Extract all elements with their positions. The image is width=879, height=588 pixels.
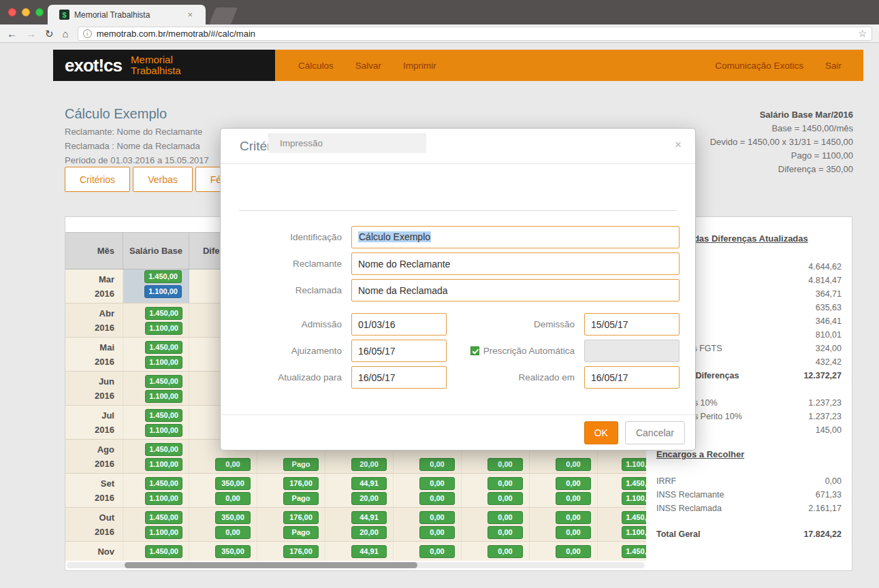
bookmark-star-icon[interactable]: ☆ [858,28,867,39]
value-badge[interactable]: 1.450,00 [145,511,182,524]
value-badge[interactable]: 176,00 [283,511,319,524]
value-badge[interactable]: 0,00 [556,526,591,539]
reclamante-input[interactable] [351,252,680,275]
value-cell[interactable]: 44,9120,00 [325,508,394,541]
browser-tab[interactable]: $ Memorial Trabalhista × [48,5,206,24]
value-badge[interactable]: 0,00 [215,458,251,471]
value-badge[interactable]: 1.450,00 [144,270,182,283]
value-badge[interactable]: 1.450,00 [145,477,182,490]
horizontal-scrollbar[interactable] [67,562,645,568]
value-badge[interactable]: 1.100,00 [145,356,182,369]
nav-item[interactable]: Comunicação Exotics [704,61,814,71]
value-badge[interactable]: 1.100,00 [622,492,646,505]
salary-cell[interactable]: 1.450,001.100,00 [123,304,189,337]
reload-icon[interactable]: ↻ [45,29,54,39]
value-badge[interactable]: 0,00 [419,477,455,490]
value-badge[interactable]: 20,00 [351,526,387,539]
ajuizamento-input[interactable] [351,340,447,362]
value-cell[interactable]: 0,000,00 [394,474,462,507]
value-badge[interactable]: 1.100,00 [145,322,182,335]
value-badge[interactable]: 44,91 [351,511,387,524]
minimize-window-button[interactable] [22,8,30,16]
new-tab-button[interactable] [209,7,238,24]
value-badge[interactable]: 0,00 [556,477,591,490]
value-badge[interactable]: 0,00 [556,458,591,471]
scrollbar-thumb[interactable] [125,562,417,568]
value-cell[interactable]: 176,00 [257,542,325,561]
tab-close-icon[interactable]: × [186,10,194,20]
value-badge[interactable]: 44,91 [351,545,387,558]
value-badge[interactable]: 1.450,00 [622,511,646,524]
value-badge[interactable]: 0,00 [419,545,455,558]
atualizado-input[interactable] [351,366,447,389]
value-badge[interactable]: 0,00 [488,511,523,524]
value-badge[interactable]: 0,00 [419,511,455,524]
value-cell[interactable]: 350,000,00 [189,474,257,507]
value-badge[interactable]: 1.100,00 [145,526,182,539]
value-badge[interactable]: 0,00 [419,492,455,505]
value-badge[interactable]: 1.450,00 [145,341,182,354]
address-bar[interactable]: i memotrab.com.br/memotrab/#/calc/main ☆ [78,27,872,41]
value-badge[interactable]: 1.450,00 [622,477,646,490]
value-cell[interactable]: 0,000,00 [462,508,530,541]
nav-item[interactable]: Salvar [345,61,392,71]
value-badge[interactable]: Pago [283,492,319,505]
value-badge[interactable]: 1.450,00 [145,443,182,456]
value-cell[interactable]: 0,000,00 [530,474,598,507]
value-cell[interactable]: 0,00 [530,542,598,561]
value-cell[interactable]: 0,00 [394,542,462,561]
app-logo[interactable]: exot!cs Memorial Trabalhista [53,50,275,81]
url-text[interactable]: memotrab.com.br/memotrab/#/calc/main [97,29,859,39]
value-badge[interactable]: 1.100,00 [144,285,182,298]
prescricao-checkbox[interactable] [470,346,479,355]
value-cell[interactable]: 0,00 [462,542,530,561]
value-badge[interactable]: 0,00 [488,458,523,471]
action-button[interactable]: Critérios [65,167,130,192]
nav-item[interactable]: Imprimir [392,61,447,71]
value-badge[interactable]: 176,00 [283,545,319,558]
value-badge[interactable]: 1.100,00 [145,424,182,437]
realizado-input[interactable] [584,366,680,389]
identificacao-input[interactable]: Cálculo Exemplo [351,226,680,248]
modal-tab[interactable]: Impressão [268,133,426,153]
value-badge[interactable]: 0,00 [488,492,523,505]
salary-cell[interactable]: 1.450,001.100,00 [123,508,189,541]
value-badge[interactable]: 1.450,00 [145,307,182,320]
value-badge[interactable]: Pago [283,526,319,539]
value-cell[interactable]: 44,91 [325,542,394,561]
value-badge[interactable]: 1.100,00 [145,492,182,505]
value-cell[interactable]: 0,000,00 [462,474,530,507]
salary-cell[interactable]: 1.450,001.100,00 [123,440,189,473]
salary-cell[interactable]: 1.450,001.100,00 [123,372,189,405]
salary-cell[interactable]: 1.450,001.100,00 [123,474,189,507]
value-cell[interactable]: 1.450,00 [598,542,646,561]
reclamada-input[interactable] [351,279,680,301]
value-badge[interactable]: 1.100,00 [622,526,646,539]
value-badge[interactable]: 0,00 [419,526,455,539]
value-badge[interactable]: 0,00 [419,458,455,471]
value-badge[interactable]: 1.450,00 [622,545,646,558]
value-badge[interactable]: 20,00 [351,492,387,505]
value-badge[interactable]: 0,00 [215,526,251,539]
value-badge[interactable]: 1.450,00 [145,545,182,558]
value-badge[interactable]: 0,00 [556,492,591,505]
value-cell[interactable]: 176,00Pago [257,474,325,507]
value-badge[interactable]: 0,00 [488,526,523,539]
cancel-button[interactable]: Cancelar [625,421,685,444]
value-badge[interactable]: 1.100,00 [622,458,646,471]
demissao-input[interactable] [584,313,680,336]
salary-cell[interactable]: 1.450,001.100,00 [123,270,189,303]
value-badge[interactable]: 0,00 [215,492,251,505]
value-badge[interactable]: 0,00 [556,511,591,524]
value-badge[interactable]: 20,00 [351,458,387,471]
nav-item[interactable]: Sair [814,61,852,71]
value-badge[interactable]: 1.100,00 [145,390,182,403]
back-icon[interactable]: ← [7,29,17,39]
value-badge[interactable]: 1.100,00 [145,458,182,471]
value-cell[interactable]: 1.450,001.100,00 [598,508,646,541]
nav-item[interactable]: Cálculos [287,61,345,71]
value-cell[interactable]: 176,00Pago [257,508,325,541]
value-badge[interactable]: 1.450,00 [145,375,182,388]
home-icon[interactable]: ⌂ [63,29,69,39]
value-badge[interactable]: 350,00 [215,477,251,490]
